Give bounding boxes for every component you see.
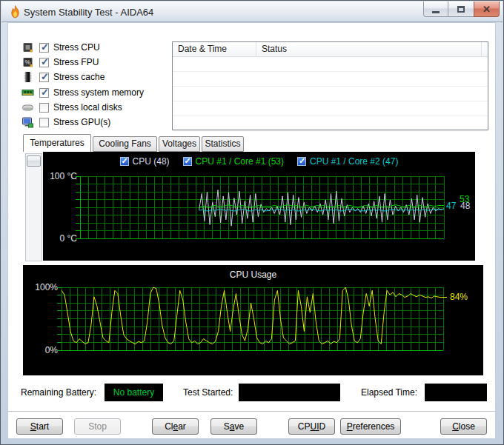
button-bar-separator <box>8 411 497 412</box>
remaining-battery-label: Remaining Battery: <box>21 387 96 398</box>
maximize-icon <box>457 6 465 13</box>
stress-fpu-label[interactable]: Stress FPU <box>53 57 99 67</box>
remaining-battery-value: No battery <box>113 387 154 398</box>
start-button[interactable]: Start <box>16 418 63 435</box>
temperature-chart: CPU (48) CPU #1 / Core #1 (53) CPU #1 / … <box>43 152 475 261</box>
stress-gpu-checkbox[interactable] <box>39 118 49 127</box>
stress-cache-label[interactable]: Stress cache <box>53 72 105 82</box>
test-started-label: Test Started: <box>183 387 233 398</box>
stress-cpu-label[interactable]: Stress CPU <box>53 42 100 53</box>
system-stability-test-window: System Stability Test - AIDA64 ✕ Stress … <box>0 0 504 445</box>
remaining-battery-value-box: No battery <box>105 384 163 401</box>
temp-end-value-core1: 53 <box>460 194 469 204</box>
stress-fpu-row[interactable]: % Stress FPU <box>21 56 99 69</box>
cpu-usage-chart-canvas <box>23 265 483 375</box>
minimize-button[interactable] <box>423 1 448 17</box>
series-line-CPU Usage <box>62 287 443 344</box>
log-table-row <box>173 101 488 116</box>
temperature-scrollbar[interactable] <box>25 153 42 261</box>
cpu-usage-end-value: 84% <box>450 292 468 302</box>
stress-disks-label[interactable]: Stress local disks <box>53 102 122 113</box>
temperature-chart-canvas <box>43 152 475 261</box>
fpu-icon: % <box>21 56 34 68</box>
maximize-button[interactable] <box>448 1 474 17</box>
log-table-row <box>173 72 488 87</box>
series-line-CPU <box>199 190 444 227</box>
log-table-header-status[interactable]: Status <box>256 42 482 56</box>
flame-icon <box>9 5 21 19</box>
stress-cache-row[interactable]: Stress cache <box>21 70 105 84</box>
cpu-usage-chart: CPU Usage 100% 0% 84% <box>23 265 483 375</box>
log-table-row <box>173 116 488 131</box>
window-title: System Stability Test - AIDA64 <box>24 7 153 18</box>
elapsed-time-label: Elapsed Time: <box>361 387 417 398</box>
tab-cooling-fans[interactable]: Cooling Fans <box>93 136 157 152</box>
cache-icon <box>21 71 34 83</box>
clear-button[interactable]: Clear <box>152 418 199 435</box>
log-table-row <box>173 57 488 72</box>
close-button[interactable]: ✕ <box>474 1 500 17</box>
log-table-header: Date & Time Status <box>173 42 488 57</box>
preferences-button[interactable]: Preferences <box>340 418 401 435</box>
stress-gpu-row[interactable]: Stress GPU(s) <box>21 116 110 129</box>
close-action-button[interactable]: Close <box>440 418 487 435</box>
stress-memory-label[interactable]: Stress system memory <box>53 87 144 98</box>
close-icon: ✕ <box>483 4 491 14</box>
temperature-scrollbar-thumb[interactable] <box>27 155 41 167</box>
temp-end-value-core2: 47 <box>446 201 456 211</box>
elapsed-time-value-box <box>425 384 487 401</box>
stress-memory-checkbox[interactable] <box>39 88 49 98</box>
tab-temperatures[interactable]: Temperatures <box>23 134 91 152</box>
log-table: Date & Time Status <box>172 41 488 130</box>
stress-cache-checkbox[interactable] <box>39 73 49 82</box>
stress-cpu-checkbox[interactable] <box>39 43 49 53</box>
titlebar[interactable]: System Stability Test - AIDA64 ✕ <box>1 1 503 22</box>
log-table-body <box>173 57 488 131</box>
log-table-header-date-time[interactable]: Date & Time <box>173 42 256 56</box>
stop-button: Stop <box>74 418 121 435</box>
cpuid-button[interactable]: CPUID <box>288 418 335 435</box>
log-table-row <box>173 87 488 101</box>
stress-fpu-checkbox[interactable] <box>39 58 49 67</box>
tab-statistics[interactable]: Statistics <box>202 136 244 152</box>
test-started-value-box <box>239 384 340 401</box>
minimize-icon <box>432 11 440 13</box>
stress-disks-checkbox[interactable] <box>39 103 49 113</box>
stress-gpu-label[interactable]: Stress GPU(s) <box>53 117 110 127</box>
caption-buttons: ✕ <box>423 1 500 17</box>
stress-disks-row[interactable]: Stress local disks <box>21 101 122 114</box>
memory-icon <box>21 87 34 98</box>
disk-icon <box>21 101 34 113</box>
log-table-header-spacer <box>482 42 488 56</box>
save-button[interactable]: Save <box>210 418 257 435</box>
stress-memory-row[interactable]: Stress system memory <box>21 86 144 99</box>
gpu-icon <box>21 116 34 128</box>
cpu-usage-end-tick <box>442 297 447 298</box>
cpu-icon <box>21 41 34 53</box>
svg-text:%: % <box>25 58 31 66</box>
tab-voltages[interactable]: Voltages <box>159 136 200 152</box>
stress-cpu-row[interactable]: Stress CPU <box>21 41 100 54</box>
